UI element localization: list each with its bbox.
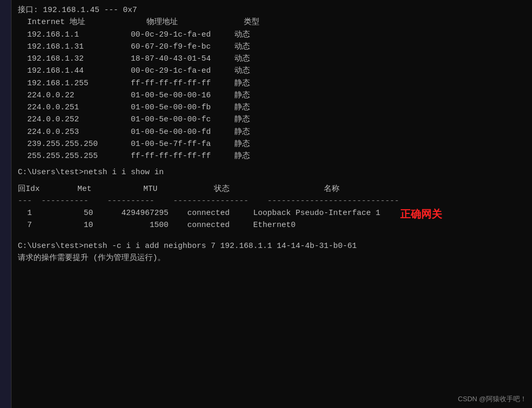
arp-row-1: 192.168.1.1 00-0c-29-1c-fa-ed 动态 <box>18 29 526 41</box>
sidebar <box>0 0 12 408</box>
gap3 <box>18 232 526 236</box>
arp-row-5: 192.168.1.255 ff-ff-ff-ff-ff-ff 静态 <box>18 77 526 89</box>
arp-rows: 192.168.1.1 00-0c-29-1c-fa-ed 动态 192.168… <box>18 29 526 163</box>
gap1 <box>18 162 526 166</box>
add-command-line: C:\Users\test>netsh -c i i add neighbors… <box>18 240 526 252</box>
arp-row-2: 192.168.1.31 60-67-20-f9-fe-bc 动态 <box>18 41 526 53</box>
terminal-window: 接口: 192.168.1.45 --- 0x7 Internet 地址 物理地… <box>12 0 532 408</box>
gap4 <box>18 236 526 240</box>
arp-columns: Internet 地址 物理地址 类型 <box>18 16 526 28</box>
arp-row-11: 255.255.255.255 ff-ff-ff-ff-ff-ff 静态 <box>18 150 526 162</box>
arp-interface-line: 接口: 192.168.1.45 --- 0x7 <box>18 4 526 16</box>
arp-row-4: 192.168.1.44 00-0c-29-1c-fa-ed 动态 <box>18 65 526 77</box>
gap2 <box>18 179 526 183</box>
arp-row-3: 192.168.1.32 18-87-40-43-01-54 动态 <box>18 53 526 65</box>
netsh-row-1: 1 50 4294967295 connected Loopback Pseud… <box>18 207 526 219</box>
netsh-row-2: 7 10 1500 connected Ethernet0 <box>18 219 526 231</box>
watermark: CSDN @阿猿收手吧！ <box>458 394 527 404</box>
arp-row-6: 224.0.0.22 01-00-5e-00-00-16 静态 <box>18 89 526 101</box>
result-line: 请求的操作需要提升 (作为管理员运行)。 <box>18 252 526 264</box>
netsh-rows-container: 1 50 4294967295 connected Loopback Pseud… <box>18 207 526 232</box>
netsh-command: C:\Users\test>netsh i i show in <box>18 166 526 178</box>
arp-row-8: 224.0.0.252 01-00-5e-00-00-fc 静态 <box>18 114 526 126</box>
netsh-table-separator: --- ---------- ---------- --------------… <box>18 195 526 207</box>
arp-row-9: 224.0.0.253 01-00-5e-00-00-fd 静态 <box>18 126 526 138</box>
arp-row-10: 239.255.255.250 01-00-5e-7f-ff-fa 静态 <box>18 138 526 150</box>
annotation-text: 正确网关 <box>400 207 442 221</box>
netsh-table-header: 回Idx Met MTU 状态 名称 <box>18 183 526 195</box>
arp-row-7: 224.0.0.251 01-00-5e-00-00-fb 静态 <box>18 101 526 114</box>
